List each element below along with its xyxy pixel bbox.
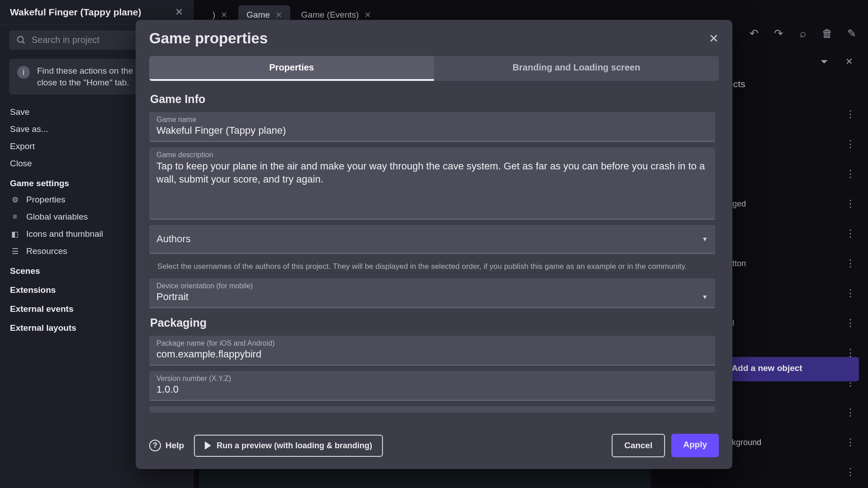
label-package-name: Package name (for iOS and Android): [156, 339, 708, 347]
help-button[interactable]: ? Help: [149, 440, 184, 451]
input-package-name[interactable]: [156, 348, 708, 360]
apply-button[interactable]: Apply: [671, 434, 719, 457]
tab-branding-loading[interactable]: Branding and Loading screen: [434, 56, 719, 81]
chevron-down-icon: ▼: [702, 235, 708, 243]
field-version[interactable]: Version number (X.Y.Z): [149, 371, 715, 401]
field-game-description[interactable]: Game description: [149, 147, 715, 220]
help-icon: ?: [149, 440, 161, 451]
input-game-description[interactable]: [156, 160, 708, 212]
field-game-name[interactable]: Game name: [149, 112, 715, 142]
field-authors[interactable]: Authors ▼: [149, 225, 715, 254]
label-authors: Authors: [156, 233, 191, 245]
label-game-name: Game name: [156, 116, 708, 124]
field-orientation[interactable]: Device orientation (for mobile) Portrait…: [149, 278, 715, 308]
game-properties-dialog: Game properties ✕ Properties Branding an…: [136, 20, 732, 469]
section-game-info: Game Info: [150, 93, 715, 106]
input-version[interactable]: [156, 384, 708, 395]
label-version: Version number (X.Y.Z): [156, 375, 708, 383]
cancel-button[interactable]: Cancel: [612, 434, 665, 457]
chevron-down-icon: ▼: [702, 293, 708, 300]
close-icon[interactable]: ✕: [709, 32, 719, 46]
truncated-field: [149, 406, 715, 413]
field-package-name[interactable]: Package name (for iOS and Android): [149, 336, 715, 366]
label-game-description: Game description: [156, 151, 708, 159]
value-orientation: Portrait: [156, 291, 702, 303]
label-orientation: Device orientation (for mobile): [156, 282, 708, 290]
play-icon: [205, 441, 211, 450]
dialog-title: Game properties: [149, 30, 268, 47]
helper-authors: Select the usernames of the authors of t…: [149, 259, 715, 278]
input-game-name[interactable]: [156, 125, 708, 136]
run-preview-button[interactable]: Run a preview (with loading & branding): [194, 435, 383, 457]
tab-properties[interactable]: Properties: [149, 56, 434, 81]
section-packaging: Packaging: [150, 316, 715, 329]
modal-overlay: Game properties ✕ Properties Branding an…: [0, 0, 868, 488]
